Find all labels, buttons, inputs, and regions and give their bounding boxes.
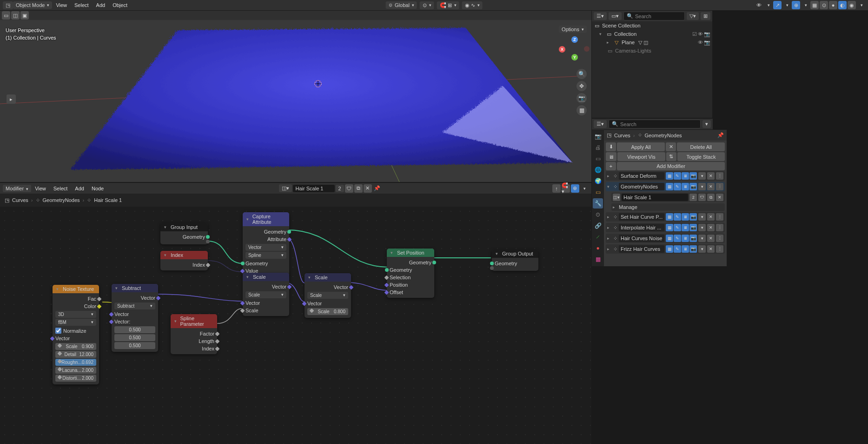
duplicate-icon[interactable]: ⧉: [707, 194, 715, 201]
bc-curves[interactable]: Curves: [12, 197, 28, 203]
apply-all-icon[interactable]: ⬇: [606, 142, 616, 151]
shading-rendered[interactable]: ◉: [848, 1, 856, 9]
select-tool-icon[interactable]: ▭: [2, 11, 10, 20]
shading-dd[interactable]: [857, 1, 865, 9]
outliner-display-button[interactable]: ▭▾: [609, 12, 622, 20]
editor-type-button[interactable]: Modifier: [3, 185, 31, 192]
modifier-interpolate-hair[interactable]: ▸⁘ Interpolate Hair ... ▦✎🖥📷 ▾✕⋮: [606, 223, 725, 232]
tab-world[interactable]: 🌍: [593, 176, 603, 186]
mod-render-icon[interactable]: 📷: [689, 172, 697, 180]
capture-domain-select[interactable]: Spline: [245, 252, 286, 259]
ne-menu-view[interactable]: View: [31, 186, 50, 191]
tab-viewlayer[interactable]: ▭: [593, 154, 603, 164]
props-bc-geonodes[interactable]: GeometryNodes: [645, 133, 682, 138]
node-canvas[interactable]: Noise Texture Fac Color 3D fBM Normalize…: [0, 207, 591, 444]
visibility-icon[interactable]: 👁: [755, 1, 763, 9]
subtract-z-field[interactable]: 0.500: [114, 342, 155, 349]
node-subtract[interactable]: Subtract Vector Subtract Vector Vector: …: [112, 284, 158, 352]
viewport-3d[interactable]: ▭ ◫ ▣: [0, 11, 591, 183]
mod-realtime-icon[interactable]: 🖥: [682, 183, 689, 190]
nodegroup-browse-button[interactable]: ◫▾: [279, 184, 292, 192]
toggle-stack-button[interactable]: Toggle Stack: [677, 152, 725, 161]
outliner-search-input[interactable]: 🔍 Search: [623, 12, 685, 20]
camera-view-icon[interactable]: 📷: [576, 93, 587, 103]
menu-view[interactable]: View: [52, 2, 71, 8]
props-type-button[interactable]: ☰▾: [594, 120, 607, 128]
nodegroup-browse-button[interactable]: ◫▾: [613, 194, 620, 201]
node-capture-attribute[interactable]: Capture Attribute Geometry Attribute Vec…: [243, 212, 289, 276]
overlay-dd[interactable]: [801, 1, 809, 9]
node-set-position[interactable]: Set Position Geometry Geometry Selection…: [387, 249, 434, 298]
mod-edit-icon[interactable]: ✎: [674, 183, 681, 190]
modifier-set-hair-curve[interactable]: ▸⁘ Set Hair Curve P... ▦✎🖥📷 ▾✕⋮: [606, 212, 725, 222]
bc-geonodes[interactable]: GeometryNodes: [43, 197, 80, 203]
scale1-op-select[interactable]: Scale: [245, 291, 286, 298]
mod-extras-dropdown[interactable]: ▾: [698, 172, 706, 180]
unlink-icon[interactable]: ✕: [716, 194, 723, 201]
modifier-frizz-hair-curves[interactable]: ▸⁘ Frizz Hair Curves ▦✎🖥📷 ▾✕⋮: [606, 244, 725, 254]
node-noise-texture[interactable]: Noise Texture Fac Color 3D fBM Normalize…: [53, 285, 99, 384]
outliner-scene-collection[interactable]: ▭ Scene Collection: [592, 21, 712, 30]
select-tool3-icon[interactable]: ▣: [20, 11, 29, 20]
subtract-x-field[interactable]: 0.500: [114, 326, 155, 333]
mod-apply-icon[interactable]: ⋮: [716, 183, 723, 190]
editor-type-dropdown[interactable]: ◳: [3, 1, 13, 9]
tab-modifier[interactable]: 🔧: [593, 198, 603, 209]
eye-icon[interactable]: 👁: [698, 40, 703, 46]
snap-dropdown[interactable]: 🧲 ⊞: [437, 1, 459, 9]
fake-user-icon[interactable]: 🛡: [345, 184, 353, 193]
eye-icon[interactable]: 👁: [698, 31, 703, 37]
viewport-options-dropdown[interactable]: Options: [559, 26, 587, 33]
unlink-icon[interactable]: ✕: [364, 184, 372, 193]
fake-user-icon[interactable]: 🛡: [698, 194, 706, 201]
tab-constraints[interactable]: 🔗: [593, 221, 603, 231]
props-bc-pin-icon[interactable]: 📌: [717, 132, 724, 138]
orientation-dropdown[interactable]: ⛭ Global: [385, 1, 417, 9]
mod-cage-icon[interactable]: ▦: [666, 172, 673, 180]
noise-detail-field[interactable]: Detail12.000: [55, 351, 96, 358]
outliner-collection[interactable]: ▾▭ Collection ☑👁📷: [592, 30, 712, 38]
mod-cage-icon[interactable]: ▦: [666, 183, 673, 190]
modifier-geometrynodes[interactable]: ▾⁘ GeometryNodes ▦✎🖥📷 ▾ ✕ ⋮: [606, 182, 725, 191]
noise-type-select[interactable]: fBM: [55, 319, 96, 326]
tab-object[interactable]: ▭: [593, 187, 603, 197]
xray-toggle[interactable]: ▦: [810, 1, 819, 9]
shading-preview[interactable]: ◐: [838, 1, 847, 9]
mod-delete-button[interactable]: ✕: [707, 183, 715, 190]
modifier-surface-deform[interactable]: ▸⁘ Surface Deform ▦✎🖥📷 ▾ ✕ ⋮: [606, 171, 725, 181]
overlay-node-icon[interactable]: ⊕: [571, 184, 579, 193]
props-options-button[interactable]: ▾: [702, 120, 711, 128]
tab-output[interactable]: 🖨: [593, 142, 603, 153]
node-index[interactable]: Index Index: [160, 251, 208, 270]
mod-realtime-icon[interactable]: 🖥: [682, 172, 689, 180]
outliner-new-collection-button[interactable]: ⊞: [701, 12, 710, 20]
noise-roughness-field[interactable]: Roughn...0.692: [55, 359, 96, 366]
outliner-type-button[interactable]: ☰▾: [594, 12, 607, 20]
gizmo-toggle[interactable]: ↗: [773, 1, 782, 9]
snap-node-icon[interactable]: 🧲▾: [562, 184, 570, 193]
zoom-icon[interactable]: 🔍: [576, 69, 587, 79]
nodegroup-users-button[interactable]: 2: [689, 194, 697, 201]
mod-extras-dropdown[interactable]: ▾: [698, 183, 706, 190]
ne-menu-select[interactable]: Select: [50, 186, 72, 191]
tab-scene[interactable]: 🌐: [593, 165, 603, 175]
gizmo-z-axis[interactable]: Z: [571, 36, 578, 43]
sidebar-toggle-icon[interactable]: ▸: [7, 94, 16, 104]
shading-wire[interactable]: ⊙: [820, 1, 828, 9]
capture-dtype-select[interactable]: Vector: [245, 244, 286, 251]
mod-delete-button[interactable]: ✕: [707, 172, 715, 180]
bc-hairscale[interactable]: Hair Scale 1: [94, 197, 122, 203]
node-scale-1[interactable]: Scale Vector Scale Vector Scale: [243, 273, 289, 316]
shading-solid[interactable]: ●: [829, 1, 837, 9]
apply-all-button[interactable]: Apply All: [617, 142, 665, 151]
menu-add[interactable]: Add: [93, 2, 109, 8]
mod-edit-icon[interactable]: ✎: [674, 172, 681, 180]
exclude-icon[interactable]: ☑: [692, 31, 697, 37]
overlay-node-dd[interactable]: [580, 184, 589, 193]
tab-render[interactable]: 📷: [593, 131, 603, 141]
noise-normalize-check[interactable]: [55, 328, 61, 334]
overlay-toggle[interactable]: ⊕: [792, 1, 800, 9]
subtract-y-field[interactable]: 0.500: [114, 334, 155, 341]
menu-object[interactable]: Object: [109, 2, 131, 8]
nodegroup-name-field[interactable]: Hair Scale 1: [622, 194, 688, 201]
